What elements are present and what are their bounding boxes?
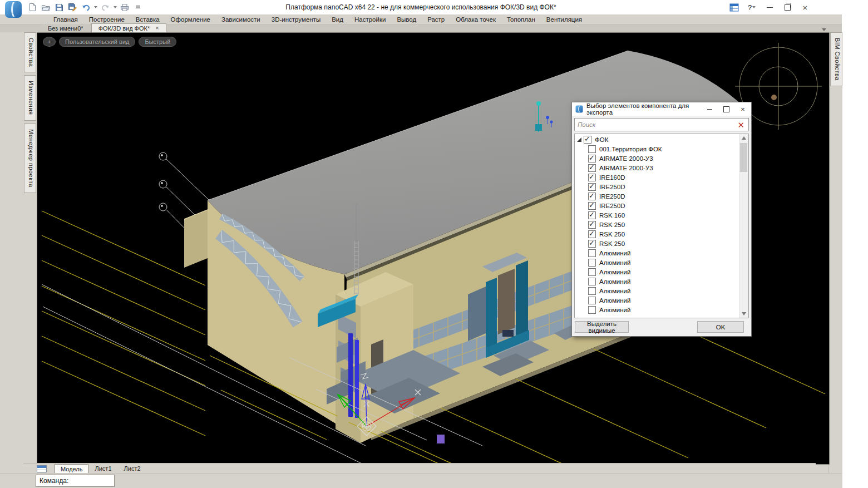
search-input[interactable] (575, 121, 733, 129)
qat-customize-icon[interactable] (132, 2, 144, 13)
checkbox[interactable] (588, 249, 596, 257)
menu-item-оформление[interactable]: Оформление (165, 16, 216, 23)
scrollbar[interactable] (739, 134, 748, 318)
tree-item[interactable]: Алюминий (575, 305, 739, 314)
checkbox[interactable] (588, 259, 596, 267)
scroll-up-icon[interactable] (742, 136, 746, 140)
tab-bim-properties[interactable]: BIM Свойства (830, 32, 842, 86)
expander-icon[interactable] (577, 137, 581, 142)
document-tab-фок-3d-вид-фок[interactable]: ФОК/3D вид ФОК*× (91, 23, 166, 32)
checkbox[interactable] (588, 164, 596, 172)
ok-button[interactable]: OK (697, 321, 744, 333)
tree-item[interactable]: Алюминий (575, 267, 739, 277)
menu-item-настройки[interactable]: Настройки (349, 16, 391, 23)
new-file-icon[interactable] (27, 2, 38, 13)
tree-item[interactable]: AIRMATE 2000-У3 (575, 154, 739, 163)
layout-manager-icon[interactable] (37, 465, 47, 472)
tab-list-dropdown-icon[interactable] (822, 28, 826, 31)
tree-item[interactable]: IRE160D (575, 172, 739, 182)
tab-менеджер-проекта[interactable]: Менеджер проекта (24, 124, 36, 193)
tree-item[interactable]: IRE250D (575, 191, 739, 201)
menu-item-главная[interactable]: Главная (48, 16, 83, 23)
left-panel-strip: СвойстваИзмененияМенеджер проекта (23, 32, 37, 474)
tree-item[interactable]: Алюминий (575, 286, 739, 295)
scroll-down-icon[interactable] (742, 312, 746, 316)
command-input[interactable]: Команда: (36, 475, 115, 487)
menu-item-зависимости[interactable]: Зависимости (216, 16, 266, 23)
redo-dropdown-icon[interactable] (114, 6, 117, 8)
viewport-plus-button[interactable]: + (43, 37, 56, 47)
dialog-maximize-button[interactable] (718, 102, 734, 116)
menu-item-вид[interactable]: Вид (326, 16, 349, 23)
menu-item-вентиляция[interactable]: Вентиляция (541, 16, 588, 23)
help-button[interactable]: ? (743, 1, 761, 14)
tab-модель[interactable]: Модель (55, 464, 88, 474)
tree-item-label: Алюминий (599, 288, 630, 294)
save-as-icon[interactable] (67, 2, 78, 13)
clear-search-icon[interactable]: ✕ (733, 121, 748, 129)
close-button[interactable]: × (796, 1, 814, 14)
dialog-close-button[interactable]: × (734, 102, 751, 116)
visual-style-pill[interactable]: Быстрый (139, 37, 176, 47)
tree-item[interactable]: IRE250D (575, 182, 739, 191)
menu-item-топоплан[interactable]: Топоплан (501, 16, 541, 23)
tree-item[interactable]: RSK 250 (575, 220, 739, 229)
scroll-thumb[interactable] (740, 143, 747, 172)
checkbox[interactable] (588, 221, 596, 229)
checkbox[interactable] (588, 230, 596, 238)
menu-item-вставка[interactable]: Вставка (130, 16, 165, 23)
tree-item[interactable]: IRE250D (575, 201, 739, 210)
menu-item-3d-инструменты[interactable]: 3D-инструменты (266, 16, 326, 23)
tree-item-label: RSK 250 (599, 221, 625, 228)
tree-item[interactable]: Алюминий (575, 258, 739, 267)
external-references-icon[interactable] (725, 1, 743, 14)
document-tab-без-имени0[interactable]: Без имени0* (41, 24, 90, 32)
checkbox[interactable] (588, 297, 596, 304)
tree-item[interactable]: RSK 160 (575, 210, 739, 220)
checkbox[interactable] (588, 202, 596, 210)
tab-изменения[interactable]: Изменения (24, 75, 36, 121)
checkbox[interactable] (588, 145, 596, 153)
checkbox[interactable] (588, 240, 596, 248)
checkbox[interactable] (588, 287, 596, 295)
checkbox[interactable] (588, 268, 596, 276)
tree-item[interactable]: RSK 250 (575, 239, 739, 248)
tab-лист1[interactable]: Лист1 (88, 464, 117, 474)
checkbox[interactable] (588, 174, 596, 181)
close-tab-icon[interactable]: × (155, 25, 159, 31)
checkbox[interactable] (588, 155, 596, 162)
checkbox[interactable] (588, 183, 596, 191)
tree-item[interactable]: 001.Территория ФОК (575, 144, 739, 154)
menu-item-построение[interactable]: Построение (83, 16, 130, 23)
nanocad-logo-icon[interactable] (4, 1, 22, 18)
tree-item[interactable]: Алюминий (575, 295, 739, 305)
checkbox[interactable] (588, 278, 596, 285)
tree-item-label: Алюминий (599, 250, 630, 257)
menu-item-облака-точек[interactable]: Облака точек (450, 16, 501, 23)
tree-item[interactable]: Алюминий (575, 277, 739, 286)
save-icon[interactable] (53, 2, 65, 13)
tab-лист2[interactable]: Лист2 (118, 464, 147, 474)
undo-icon[interactable] (80, 2, 91, 13)
open-file-icon[interactable] (40, 2, 51, 13)
undo-dropdown-icon[interactable] (94, 6, 97, 8)
print-icon[interactable] (119, 2, 130, 13)
select-visible-button[interactable]: Выделить видимые (575, 321, 629, 333)
restore-button[interactable] (778, 1, 796, 14)
view-name-pill[interactable]: Пользовательский вид (59, 37, 135, 47)
tree-item[interactable]: AIRMATE 2000-У3 (575, 163, 739, 172)
minimize-button[interactable] (761, 1, 778, 14)
checkbox[interactable] (588, 193, 596, 200)
tree-item[interactable]: RSK 250 (575, 229, 739, 239)
redo-icon[interactable] (100, 2, 111, 13)
menu-item-вывод[interactable]: Вывод (391, 16, 422, 23)
dialog-minimize-button[interactable] (701, 102, 718, 116)
drawing-viewport[interactable]: + Пользовательский вид Быстрый Выбор эле… (37, 32, 830, 465)
checkbox[interactable] (584, 136, 591, 144)
checkbox[interactable] (588, 306, 596, 314)
menu-item-растр[interactable]: Растр (422, 16, 450, 23)
tree-item[interactable]: ФОК (575, 135, 739, 144)
checkbox[interactable] (588, 211, 596, 219)
tree-item[interactable]: Алюминий (575, 248, 739, 258)
tab-свойства[interactable]: Свойства (24, 32, 36, 72)
